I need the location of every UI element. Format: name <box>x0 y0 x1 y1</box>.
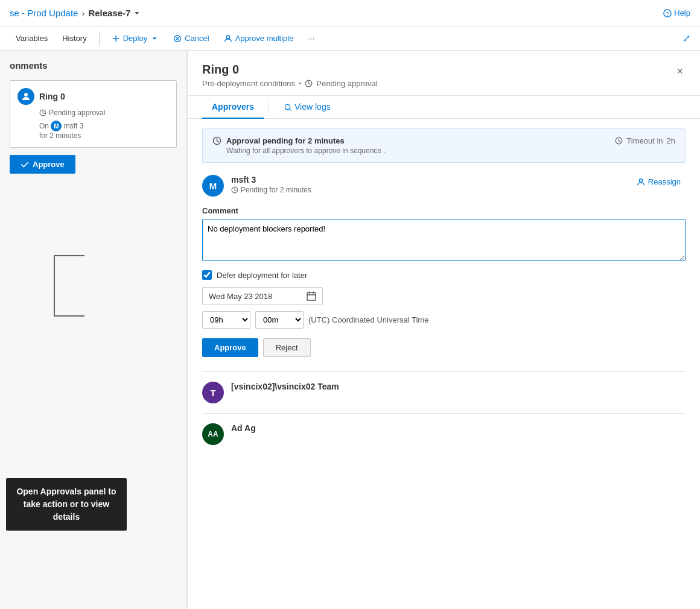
defer-label[interactable]: Defer deployment for later <box>217 271 307 280</box>
comment-label: Comment <box>202 206 686 215</box>
svg-point-13 <box>639 178 642 181</box>
approve-btn-container: Approve <box>10 155 177 174</box>
section-divider-2 <box>202 413 686 414</box>
tabs-bar: Approvers View logs <box>188 96 700 119</box>
left-panel: onments Ring 0 Pending approval On M msf… <box>0 51 187 609</box>
comment-textarea[interactable]: No deployment blockers reported! <box>202 219 686 261</box>
svg-point-4 <box>24 93 28 96</box>
timezone-label: (UTC) Coordinated Universal Time <box>308 315 428 324</box>
approver-clock-icon <box>231 186 238 194</box>
connector-lines <box>36 256 157 376</box>
tab-view-logs[interactable]: View logs <box>274 96 340 119</box>
approver-name: msft 3 <box>231 175 625 185</box>
calendar-icon <box>307 291 316 301</box>
minute-select[interactable]: 00m <box>255 311 304 329</box>
cancel-icon <box>173 34 182 43</box>
ring-card-name: Ring 0 <box>39 92 65 101</box>
reject-action-button[interactable]: Reject <box>263 338 311 357</box>
ring-approve-button[interactable]: Approve <box>10 155 75 174</box>
view-logs-icon <box>284 103 291 111</box>
more-options-button[interactable]: ··· <box>302 31 320 46</box>
close-button[interactable]: × <box>674 63 686 80</box>
deploy-button[interactable]: Deploy <box>106 31 165 46</box>
variables-button[interactable]: Variables <box>10 31 54 46</box>
main-layout: onments Ring 0 Pending approval On M msf… <box>0 51 700 609</box>
history-button[interactable]: History <box>56 31 92 46</box>
date-input-row: Wed May 23 2018 <box>202 287 686 305</box>
tooltip-box: Open Approvals panel to take action or t… <box>6 478 127 531</box>
person-icon <box>224 34 232 43</box>
secondary-approver-1-avatar: T <box>202 382 224 403</box>
hour-select[interactable]: 09h <box>202 311 250 329</box>
secondary-approver-2-name: Ad Ag <box>231 423 686 433</box>
panel-content: Approval pending for 2 minutes Waiting f… <box>188 119 700 464</box>
approver-row: M msft 3 Pending for 2 minutes Reassign <box>202 175 686 197</box>
banner-subtitle: Waiting for all approvers to approve in … <box>226 147 386 155</box>
ring-card-meta: On M msft 3 for 2 minutes <box>39 121 169 140</box>
side-panel-title: Ring 0 <box>202 63 378 77</box>
defer-row: Defer deployment for later <box>202 270 686 280</box>
top-bar: se - Prod Update › Release-7 ? Help <box>0 0 700 27</box>
svg-rect-14 <box>307 292 316 300</box>
tab-approvers[interactable]: Approvers <box>202 96 264 119</box>
breadcrumb-separator: › <box>81 8 84 18</box>
chevron-down-icon[interactable] <box>133 9 141 17</box>
timeout-clock-icon <box>615 137 623 145</box>
secondary-approver-2: AA Ad Ag <box>202 423 686 445</box>
plus-icon <box>112 34 120 43</box>
expand-icon[interactable]: ⤢ <box>682 33 690 44</box>
breadcrumb: se - Prod Update › Release-7 <box>10 8 658 18</box>
panel-title: onments <box>10 60 177 71</box>
secondary-approver-1-name: [vsincix02]\vsincix02 Team <box>231 382 686 391</box>
toolbar-divider <box>99 31 100 46</box>
approver-status: Pending for 2 minutes <box>231 186 625 194</box>
approve-multiple-button[interactable]: Approve multiple <box>218 31 300 46</box>
ring-avatar <box>18 88 34 105</box>
timeout-value: 2h <box>667 136 675 145</box>
msft-badge: M <box>51 121 62 131</box>
secondary-approver-1: T [vsincix02]\vsincix02 Team <box>202 382 686 403</box>
svg-point-3 <box>226 35 229 38</box>
checkmark-icon <box>21 160 29 169</box>
main-toolbar: Variables History Deploy Cancel Approve … <box>0 27 700 51</box>
breadcrumb-current: Release-7 <box>88 8 141 18</box>
right-panel: Ring 0 Pre-deployment conditions • Pendi… <box>187 51 700 609</box>
person-avatar-icon <box>21 92 31 101</box>
deploy-chevron-icon <box>150 34 159 43</box>
ring-card[interactable]: Ring 0 Pending approval On M msft 3 for … <box>10 80 177 148</box>
reassign-button[interactable]: Reassign <box>632 175 686 189</box>
banner-clock-icon <box>212 136 221 145</box>
section-divider <box>202 371 686 372</box>
side-panel-header: Ring 0 Pre-deployment conditions • Pendi… <box>188 51 700 96</box>
approver-avatar: M <box>202 175 224 197</box>
cancel-button[interactable]: Cancel <box>167 31 215 46</box>
time-row: 09h 00m (UTC) Coordinated Universal Time <box>202 311 686 329</box>
secondary-approver-2-avatar: AA <box>202 423 224 445</box>
clock-icon <box>39 109 46 116</box>
help-icon: ? <box>663 9 672 17</box>
defer-checkbox[interactable] <box>202 270 212 280</box>
breadcrumb-prefix: se - Prod Update <box>10 8 78 18</box>
timeout-info: Timeout in 2h <box>615 136 675 145</box>
action-buttons: Approve Reject <box>202 338 686 357</box>
approve-action-button[interactable]: Approve <box>202 338 258 357</box>
info-banner: Approval pending for 2 minutes Waiting f… <box>202 128 686 163</box>
ring-card-status: Pending approval <box>39 109 169 117</box>
banner-title: Approval pending for 2 minutes <box>226 136 386 145</box>
approver-info: msft 3 Pending for 2 minutes <box>231 175 625 194</box>
tab-divider <box>269 101 269 113</box>
reassign-person-icon <box>637 178 645 186</box>
pending-clock-icon <box>305 80 313 87</box>
svg-text:?: ? <box>666 10 669 16</box>
date-input[interactable]: Wed May 23 2018 <box>202 287 323 305</box>
side-panel-subtitle: Pre-deployment conditions • Pending appr… <box>202 79 378 88</box>
help-link[interactable]: ? Help <box>663 8 690 17</box>
